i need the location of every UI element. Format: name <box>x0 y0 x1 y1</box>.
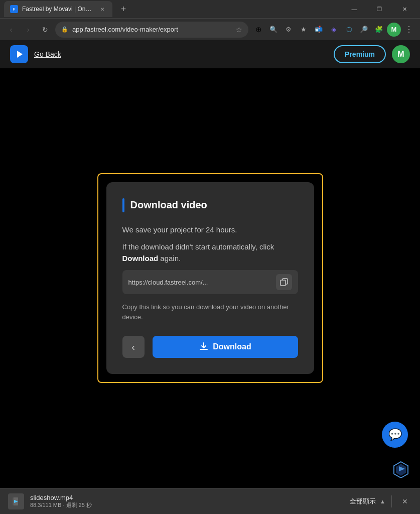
card-title: Download video <box>130 199 207 211</box>
show-all-button[interactable]: 全部顯示 ▲ <box>350 497 385 506</box>
reload-button[interactable]: ↻ <box>38 23 52 37</box>
svg-text:F: F <box>13 7 16 12</box>
divider <box>391 495 392 507</box>
back-nav-button[interactable]: ‹ <box>4 23 18 37</box>
download-button[interactable]: Download <box>153 336 298 358</box>
url-field: https://cloud.fastreel.com/... <box>122 270 298 294</box>
download-file-icon <box>8 493 24 509</box>
show-all-label: 全部顯示 <box>350 497 376 506</box>
download-info: slideshow.mp4 88.3/111 MB · 還剩 25 秒 <box>30 494 92 509</box>
download-icon <box>199 342 209 352</box>
toolbar-icons: ⊕ 🔍 ⚙ ★ 📬 ◈ ⬡ 🔎 🧩 M ⋮ <box>251 23 416 37</box>
retry-text-part2: again. <box>158 254 181 263</box>
retry-info-text: If the download didn't start automatical… <box>122 241 298 264</box>
extension-icon-2[interactable]: 🔍 <box>266 23 281 37</box>
download-card: Download video We save your project for … <box>106 182 314 374</box>
retry-text-part1: If the download didn't start automatical… <box>122 242 274 251</box>
download-button-label: Download <box>213 342 251 351</box>
lock-icon: 🔒 <box>61 26 68 33</box>
main-content: Download video We save your project for … <box>0 68 420 488</box>
movavi-logo <box>392 460 410 480</box>
minimize-button[interactable]: — <box>343 1 366 17</box>
back-chevron-icon: ‹ <box>131 341 135 353</box>
copy-url-button[interactable] <box>276 274 292 290</box>
address-text: app.fastreel.com/video-maker/export <box>72 26 232 33</box>
premium-button[interactable]: Premium <box>334 45 386 63</box>
window-controls: — ❐ ✕ <box>343 1 416 17</box>
profile-avatar[interactable]: M <box>387 23 401 37</box>
puzzle-icon[interactable]: 🧩 <box>372 23 386 37</box>
close-icon: ✕ <box>402 497 408 505</box>
go-back-button[interactable]: Go Back <box>34 50 61 58</box>
bookmark-icon[interactable]: ☆ <box>236 26 242 34</box>
new-tab-button[interactable]: + <box>116 2 130 16</box>
address-bar[interactable]: 🔒 app.fastreel.com/video-maker/export ☆ <box>55 22 248 38</box>
extension-icon-6[interactable]: ◈ <box>327 23 341 37</box>
copy-hint-text: Copy this link so you can download your … <box>122 302 298 322</box>
save-info-text: We save your project for 24 hours. <box>122 224 298 236</box>
download-size: 88.3/111 MB · 還剩 25 秒 <box>30 501 92 509</box>
extension-icon-8[interactable]: 🔎 <box>357 23 371 37</box>
extension-icon-1[interactable]: ⊕ <box>251 23 265 37</box>
back-step-button[interactable]: ‹ <box>122 336 145 358</box>
extension-icon-3[interactable]: ⚙ <box>282 23 296 37</box>
extension-icon-7[interactable]: ⬡ <box>342 23 356 37</box>
copy-icon <box>280 278 288 286</box>
browser-menu-button[interactable]: ⋮ <box>402 23 416 37</box>
chat-button[interactable]: 💬 <box>382 422 408 448</box>
action-buttons: ‹ Download <box>122 336 298 358</box>
extension-icon-4[interactable]: ★ <box>297 23 311 37</box>
show-all-chevron-icon: ▲ <box>380 498 385 504</box>
download-bold: Download <box>122 254 159 263</box>
extension-icon-5[interactable]: 📬 <box>312 23 326 37</box>
highlighted-container: Download video We save your project for … <box>97 173 323 383</box>
user-avatar[interactable]: M <box>392 45 410 63</box>
forward-nav-button[interactable]: › <box>21 23 35 37</box>
video-file-icon <box>12 497 21 506</box>
tab-favicon: F <box>10 5 18 13</box>
app-header: Go Back Premium M <box>0 40 420 68</box>
tab-close-button[interactable]: ✕ <box>98 5 106 13</box>
app-logo <box>10 45 28 63</box>
blue-accent-bar <box>122 198 124 212</box>
browser-titlebar: F Fastreel by Movavi | Online Vid... ✕ +… <box>0 0 420 18</box>
download-bar-close-button[interactable]: ✕ <box>398 494 412 508</box>
download-filename: slideshow.mp4 <box>30 494 92 501</box>
close-button[interactable]: ✕ <box>393 1 416 17</box>
download-bar: slideshow.mp4 88.3/111 MB · 還剩 25 秒 全部顯示… <box>0 488 420 514</box>
svg-rect-4 <box>281 280 286 286</box>
tab-title: Fastreel by Movavi | Online Vid... <box>22 6 92 13</box>
chat-icon: 💬 <box>388 428 402 441</box>
maximize-button[interactable]: ❐ <box>368 1 391 17</box>
browser-tab[interactable]: F Fastreel by Movavi | Online Vid... ✕ <box>4 1 112 17</box>
url-text: https://cloud.fastreel.com/... <box>128 279 272 286</box>
card-header: Download video <box>122 198 298 212</box>
browser-toolbar: ‹ › ↻ 🔒 app.fastreel.com/video-maker/exp… <box>0 18 420 40</box>
